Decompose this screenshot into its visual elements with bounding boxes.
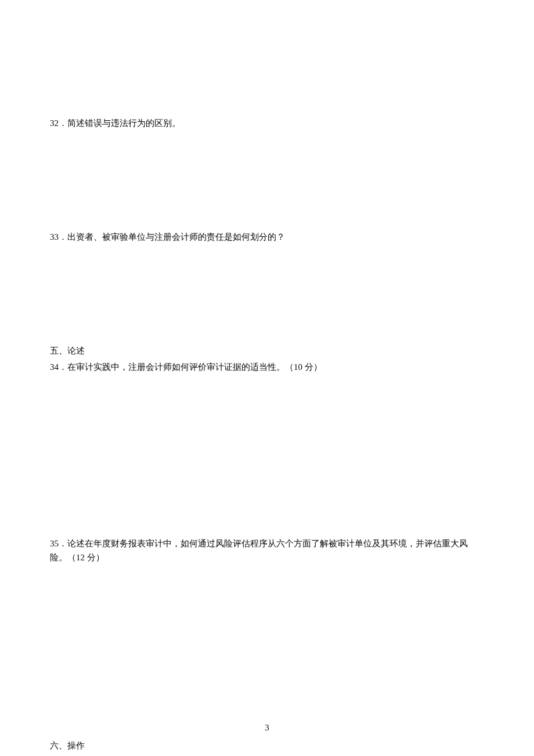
- page-number-text: 3: [265, 723, 269, 732]
- page-number: 3: [0, 723, 534, 733]
- question-32-text: 32．简述错误与违法行为的区别。: [50, 116, 484, 130]
- section-5-header: 五、论述: [50, 344, 484, 358]
- question-35-text: 35．论述在年度财务报表审计中，如何通过风险评估程序从六个方面了解被审计单位及其…: [50, 537, 484, 564]
- question-35: 35．论述在年度财务报表审计中，如何通过风险评估程序从六个方面了解被审计单位及其…: [50, 537, 484, 564]
- section-5-title: 五、论述: [50, 346, 85, 355]
- question-32: 32．简述错误与违法行为的区别。: [50, 116, 484, 130]
- question-33: 33．出资者、被审验单位与注册会计师的责任是如何划分的？: [50, 230, 484, 244]
- section-6-title: 六、操作: [50, 741, 85, 750]
- question-34: 34．在审计实践中，注册会计师如何评价审计证据的适当性。（10 分）: [50, 360, 484, 374]
- question-33-text: 33．出资者、被审验单位与注册会计师的责任是如何划分的？: [50, 230, 484, 244]
- section-6-header: 六、操作: [50, 739, 484, 753]
- question-34-text: 34．在审计实践中，注册会计师如何评价审计证据的适当性。（10 分）: [50, 360, 484, 374]
- page-content: 32．简述错误与违法行为的区别。 33．出资者、被审验单位与注册会计师的责任是如…: [0, 0, 534, 753]
